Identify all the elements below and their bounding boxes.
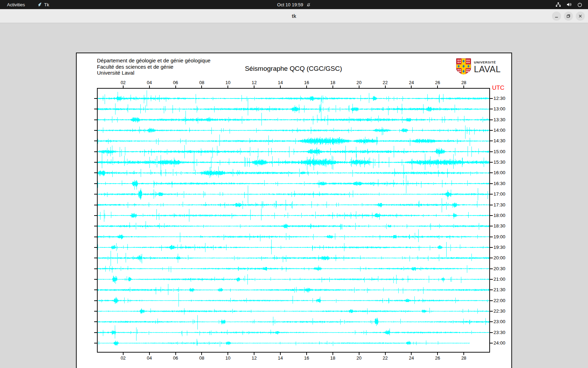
x-tick-bottom — [201, 353, 202, 355]
row-tick-right — [490, 162, 493, 163]
row-time-label: 21:00 — [493, 277, 505, 282]
x-tick-label-bottom: 14 — [275, 355, 286, 361]
row-tick-right — [490, 109, 493, 109]
row-tick-left — [94, 311, 97, 312]
window-title: tk — [0, 9, 588, 23]
x-tick-label-bottom: 02 — [118, 355, 128, 361]
chart-title: Séismographe QCQ (CGC/GSC) — [97, 65, 490, 73]
restore-button[interactable] — [564, 12, 573, 21]
x-tick-bottom — [280, 353, 281, 355]
close-button[interactable] — [576, 12, 585, 21]
row-tick-left — [94, 194, 97, 195]
x-tick-top — [359, 86, 359, 88]
row-tick-right — [490, 172, 493, 173]
row-tick-right — [490, 226, 493, 226]
seismogram-traces — [98, 89, 489, 352]
row-time-label: 16:30 — [493, 181, 505, 186]
x-tick-bottom — [463, 353, 464, 355]
row-tick-left — [94, 162, 97, 163]
row-tick-right — [490, 141, 493, 141]
row-tick-left — [94, 183, 97, 184]
row-tick-right — [490, 258, 493, 258]
row-tick-right — [490, 183, 493, 184]
system-tray[interactable] — [555, 0, 582, 9]
row-tick-right — [490, 279, 493, 280]
x-tick-label-top: 22 — [380, 80, 391, 85]
row-tick-right — [490, 237, 493, 237]
row-tick-right — [490, 194, 493, 195]
row-time-label: 19:30 — [493, 245, 505, 250]
x-tick-top — [306, 86, 307, 88]
utc-axis-label: UTC — [492, 84, 504, 91]
minimize-button[interactable] — [552, 12, 561, 21]
x-tick-top — [411, 86, 412, 88]
x-tick-label-bottom: 20 — [354, 355, 364, 361]
row-time-label: 18:00 — [493, 213, 505, 218]
row-tick-left — [94, 247, 97, 248]
row-tick-left — [94, 289, 97, 290]
row-tick-right — [490, 247, 493, 248]
x-tick-bottom — [123, 353, 124, 355]
x-tick-label-top: 14 — [275, 80, 286, 85]
x-tick-top — [280, 86, 281, 88]
row-time-label: 15:00 — [493, 149, 505, 155]
activities-button[interactable]: Activities — [5, 0, 27, 9]
desktop-screen: Activities Tk Oct 10 19:59 — [0, 0, 588, 368]
x-tick-label-top: 04 — [144, 80, 155, 85]
row-tick-left — [94, 321, 97, 322]
seismograph-canvas: Département de géologie et de génie géol… — [76, 53, 512, 368]
row-tick-left — [94, 226, 97, 226]
x-tick-label-bottom: 28 — [458, 355, 469, 361]
row-tick-left — [94, 279, 97, 280]
row-time-label: 14:30 — [493, 138, 505, 144]
x-tick-label-top: 06 — [170, 80, 181, 85]
row-tick-left — [94, 141, 97, 141]
x-tick-label-top: 16 — [301, 80, 312, 85]
row-time-label: 23:00 — [493, 319, 505, 325]
row-tick-right — [490, 332, 493, 333]
app-menu-label: Tk — [44, 2, 49, 7]
row-time-label: 19:00 — [493, 234, 505, 240]
row-tick-right — [490, 98, 493, 99]
app-menu-button[interactable]: Tk — [35, 0, 51, 9]
row-time-label: 17:30 — [493, 202, 505, 208]
row-tick-left — [94, 268, 97, 269]
x-tick-label-bottom: 12 — [249, 355, 259, 361]
gnome-top-bar: Activities Tk Oct 10 19:59 — [0, 0, 588, 9]
row-tick-left — [94, 215, 97, 216]
x-tick-bottom — [359, 353, 359, 355]
row-time-label: 20:30 — [493, 266, 505, 272]
x-tick-label-bottom: 24 — [406, 355, 416, 361]
x-tick-label-bottom: 04 — [144, 355, 155, 361]
window-titlebar[interactable]: tk — [0, 9, 588, 23]
institution-line: Département de géologie et de génie géol… — [97, 57, 210, 64]
x-tick-top — [175, 86, 176, 88]
x-tick-top — [385, 86, 386, 88]
row-tick-left — [94, 205, 97, 205]
row-tick-left — [94, 151, 97, 152]
x-tick-label-top: 28 — [458, 80, 469, 85]
tk-feather-icon — [37, 2, 42, 7]
x-tick-label-bottom: 16 — [301, 355, 312, 361]
row-tick-left — [94, 332, 97, 333]
row-time-label: 18:30 — [493, 223, 505, 229]
row-time-label: 14:00 — [493, 128, 505, 133]
row-tick-left — [94, 98, 97, 99]
row-tick-right — [490, 205, 493, 205]
x-tick-label-bottom: 26 — [432, 355, 443, 361]
x-tick-top — [201, 86, 202, 88]
x-tick-bottom — [175, 353, 176, 355]
x-tick-top — [463, 86, 464, 88]
x-tick-bottom — [411, 353, 412, 355]
row-time-label: 12:30 — [493, 96, 505, 101]
row-tick-right — [490, 321, 493, 322]
x-tick-top — [332, 86, 333, 88]
row-tick-left — [94, 172, 97, 173]
row-time-label: 21:30 — [493, 287, 505, 293]
logo-laval-label: LAVAL — [474, 64, 501, 74]
x-tick-label-bottom: 06 — [170, 355, 181, 361]
x-tick-label-bottom: 08 — [196, 355, 207, 361]
clock-label: Oct 10 19:59 — [277, 2, 303, 7]
row-tick-right — [490, 130, 493, 131]
row-tick-right — [490, 268, 493, 269]
